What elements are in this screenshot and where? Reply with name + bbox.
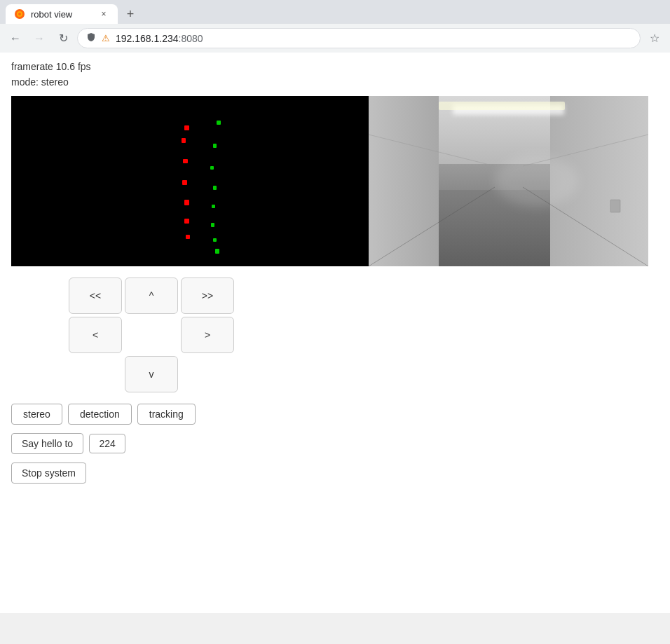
forward-button[interactable]: → (29, 29, 49, 48)
browser-toolbar: ← → ↻ ⚠ 192.168.1.234:8080 ☆ (0, 24, 670, 53)
turn-right-fast-button[interactable]: >> (181, 278, 234, 314)
url-port: :8080 (179, 33, 203, 44)
svg-rect-8 (610, 200, 620, 212)
feature-dot (212, 205, 215, 208)
stop-system-button[interactable]: Stop system (11, 463, 86, 484)
feature-dot (210, 166, 214, 170)
move-backward-button[interactable]: v (125, 356, 178, 392)
feature-dot (184, 219, 189, 224)
svg-line-6 (523, 135, 648, 166)
url-display: 192.168.1.234:8080 (116, 33, 631, 44)
security-warning-icon: ⚠ (102, 33, 110, 43)
say-hello-row: Say hello to (11, 433, 659, 454)
mode-buttons: stereo detection tracking (11, 404, 659, 425)
feature-dot (183, 159, 188, 163)
feature-dot (184, 200, 189, 205)
control-row-2: < > (69, 317, 659, 353)
feature-dot (184, 125, 189, 130)
new-tab-button[interactable]: + (121, 4, 140, 24)
framerate-display: framerate 10.6 fps (11, 61, 659, 72)
navigation-controls: << ^ >> < > v (11, 278, 659, 392)
turn-left-button[interactable]: < (69, 317, 122, 353)
camera-feed (369, 96, 648, 266)
firefox-icon (14, 8, 25, 20)
control-spacer (125, 317, 178, 353)
say-hello-button[interactable]: Say hello to (11, 433, 83, 454)
control-row-3: v (69, 356, 659, 392)
feature-dot (186, 235, 190, 239)
stereo-mode-button[interactable]: stereo (11, 404, 62, 425)
feature-dot (213, 186, 217, 190)
control-row-1: << ^ >> (69, 278, 659, 314)
video-row (11, 96, 659, 266)
feature-dot (213, 144, 217, 148)
mode-display: mode: stereo (11, 76, 659, 88)
feature-dot (213, 238, 217, 242)
tab-title: robot view (31, 9, 72, 20)
move-forward-button[interactable]: ^ (125, 278, 178, 314)
control-spacer-2 (69, 356, 122, 392)
tab-bar: robot view × + (0, 0, 670, 24)
url-base: 192.168.1.234 (116, 33, 179, 44)
feature-dot (215, 249, 219, 254)
turn-left-fast-button[interactable]: << (69, 278, 122, 314)
bookmark-button[interactable]: ☆ (645, 29, 664, 48)
tracking-mode-button[interactable]: tracking (137, 404, 196, 425)
svg-rect-7 (439, 102, 565, 110)
reload-button[interactable]: ↻ (53, 29, 73, 48)
feature-dot (182, 138, 186, 143)
page-content: framerate 10.6 fps mode: stereo (0, 53, 670, 613)
svg-line-4 (523, 187, 648, 266)
shield-icon (86, 32, 96, 44)
turn-right-button[interactable]: > (181, 317, 234, 353)
back-button[interactable]: ← (6, 29, 25, 48)
svg-line-3 (369, 187, 495, 266)
feature-dot (182, 180, 187, 185)
detection-mode-button[interactable]: detection (68, 404, 132, 425)
feature-dot (217, 121, 221, 125)
feature-dot (211, 223, 214, 227)
svg-line-5 (369, 135, 495, 166)
svg-point-2 (18, 13, 21, 15)
hallway-svg-detail (369, 96, 648, 266)
depth-canvas (11, 96, 369, 266)
hello-target-input[interactable] (89, 434, 125, 453)
active-tab[interactable]: robot view × (6, 4, 118, 24)
browser-chrome: robot view × + ← → ↻ ⚠ 192.168.1.234:808… (0, 0, 670, 53)
tab-close-button[interactable]: × (98, 8, 109, 20)
address-bar[interactable]: ⚠ 192.168.1.234:8080 (77, 28, 641, 48)
